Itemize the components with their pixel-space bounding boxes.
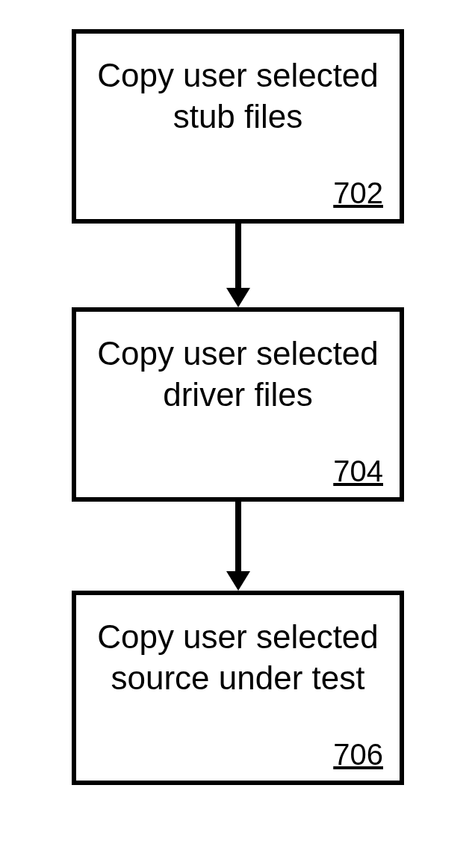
node-line1: Copy user selected xyxy=(97,57,379,93)
node-text: Copy user selected source under test xyxy=(76,595,400,698)
node-line2: source under test xyxy=(111,659,365,696)
arrow-head-icon xyxy=(226,288,250,307)
flowchart-node-706: Copy user selected source under test 706 xyxy=(72,591,404,785)
flowchart-canvas: Copy user selected stub files 702 Copy u… xyxy=(0,0,475,868)
node-number: 706 xyxy=(333,738,383,772)
flowchart-node-704: Copy user selected driver files 704 xyxy=(72,307,404,502)
node-number: 702 xyxy=(333,176,383,210)
node-number: 704 xyxy=(333,455,383,488)
node-line1: Copy user selected xyxy=(97,618,379,655)
node-line2: driver files xyxy=(163,376,313,413)
arrow-down-icon xyxy=(235,224,241,289)
node-line1: Copy user selected xyxy=(97,335,379,372)
node-text: Copy user selected stub files xyxy=(76,34,400,137)
arrow-head-icon xyxy=(226,571,250,591)
node-line2: stub files xyxy=(173,98,303,135)
flowchart-node-702: Copy user selected stub files 702 xyxy=(72,29,404,224)
node-text: Copy user selected driver files xyxy=(76,312,400,415)
arrow-down-icon xyxy=(235,502,241,573)
